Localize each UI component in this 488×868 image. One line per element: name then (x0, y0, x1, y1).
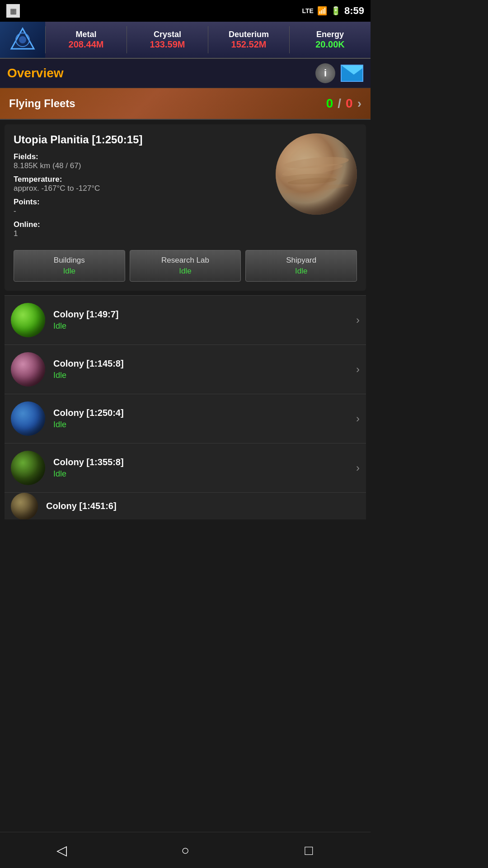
colony-list: Colony [1:49:7] Idle › Colony [1:145:8] … (5, 295, 366, 519)
planet-info: Utopia Planitia [1:250:15] Fields: 8.185… (14, 133, 271, 243)
planet-section: Utopia Planitia [1:250:15] Fields: 8.185… (5, 124, 366, 291)
svg-point-2 (19, 36, 26, 43)
buildings-button-status: Idle (18, 267, 121, 276)
network-indicator: LTE (302, 7, 314, 14)
points-value: - (14, 207, 271, 216)
header: Overview i (0, 59, 371, 88)
energy-value: 20.00K (294, 39, 366, 50)
energy-resource: Energy 20.00K (289, 26, 371, 53)
shipyard-button-status: Idle (249, 267, 353, 276)
colony-item[interactable]: Colony [1:49:7] Idle › (5, 295, 366, 344)
deuterium-label: Deuterium (213, 30, 285, 39)
research-lab-button[interactable]: Research Lab Idle (130, 250, 241, 282)
colony-planet-icon (11, 493, 38, 520)
battery-icon: 🔋 (331, 6, 341, 16)
fleet-current: 0 (326, 96, 333, 111)
colony-text: Colony [1:145:8] Idle (53, 359, 352, 380)
buildings-button-label: Buildings (18, 256, 121, 265)
bottom-nav: ◁ ○ □ (0, 832, 371, 868)
colony-text: Colony [1:451:6] (46, 501, 360, 511)
crystal-label: Crystal (131, 30, 203, 39)
colony-chevron-icon: › (356, 314, 360, 326)
flying-fleets-section[interactable]: Flying Fleets 0 / 0 › (0, 88, 371, 120)
resources-list: Metal 208.44M Crystal 133.59M Deuterium … (45, 26, 371, 53)
colony-item[interactable]: Colony [1:250:4] Idle › (5, 394, 366, 443)
deuterium-value: 152.52M (213, 39, 285, 50)
fleet-separator: / (338, 96, 341, 111)
action-buttons: Buildings Idle Research Lab Idle Shipyar… (14, 250, 357, 282)
colony-text: Colony [1:355:8] Idle (53, 457, 352, 479)
online-label: Online: (14, 220, 271, 229)
shipyard-button-label: Shipyard (249, 256, 353, 265)
colony-name: Colony [1:355:8] (53, 457, 352, 467)
fields-label: Fields: (14, 152, 271, 161)
colony-chevron-icon: › (356, 412, 360, 425)
recents-button[interactable]: □ (295, 837, 322, 864)
crystal-value: 133.59M (131, 39, 203, 50)
planet-name: Utopia Planitia [1:250:15] (14, 133, 271, 146)
colony-text: Colony [1:49:7] Idle (53, 309, 352, 331)
colony-chevron-icon: › (356, 363, 360, 376)
colony-status: Idle (53, 420, 352, 429)
metal-value: 208.44M (50, 39, 122, 50)
signal-icon: 📶 (317, 6, 327, 16)
points-label: Points: (14, 198, 271, 207)
colony-planet-icon (11, 303, 45, 337)
online-value: 1 (14, 229, 271, 238)
planet-header: Utopia Planitia [1:250:15] Fields: 8.185… (14, 133, 357, 243)
fleet-count: 0 / 0 › (326, 96, 361, 111)
colony-name: Colony [1:451:6] (46, 501, 360, 511)
colony-planet-icon (11, 401, 45, 436)
mail-button[interactable] (341, 65, 363, 82)
home-button[interactable]: ○ (172, 837, 199, 864)
colony-text: Colony [1:250:4] Idle (53, 408, 352, 429)
temperature-label: Temperature: (14, 175, 271, 184)
metal-resource: Metal 208.44M (45, 26, 127, 53)
colony-status: Idle (53, 371, 352, 380)
research-lab-button-label: Research Lab (134, 256, 237, 265)
colony-chevron-icon: › (356, 462, 360, 474)
info-button[interactable]: i (315, 63, 335, 83)
colony-name: Colony [1:250:4] (53, 408, 352, 418)
colony-status: Idle (53, 321, 352, 331)
energy-label: Energy (294, 30, 366, 39)
planet-image (276, 133, 357, 215)
shipyard-button[interactable]: Shipyard Idle (245, 250, 357, 282)
back-button[interactable]: ◁ (48, 837, 75, 864)
flying-fleets-label: Flying Fleets (9, 97, 75, 110)
sim-icon: ▦ (6, 4, 20, 18)
buildings-button[interactable]: Buildings Idle (14, 250, 125, 282)
resource-bar: Metal 208.44M Crystal 133.59M Deuterium … (0, 22, 371, 59)
colony-status: Idle (53, 469, 352, 479)
metal-label: Metal (50, 30, 122, 39)
header-icons: i (315, 63, 363, 83)
colony-planet-icon (11, 352, 45, 387)
deuterium-resource: Deuterium 152.52M (208, 26, 289, 53)
colony-item[interactable]: Colony [1:145:8] Idle › (5, 344, 366, 394)
colony-item-partial[interactable]: Colony [1:451:6] (5, 492, 366, 519)
game-logo-icon (9, 26, 36, 53)
crystal-resource: Crystal 133.59M (127, 26, 208, 53)
fleet-max: 0 (346, 96, 353, 111)
status-bar: ▦ LTE 📶 🔋 8:59 (0, 0, 371, 22)
colony-name: Colony [1:145:8] (53, 359, 352, 369)
status-right: LTE 📶 🔋 8:59 (302, 5, 364, 17)
fleet-chevron-icon: › (357, 96, 361, 111)
clock: 8:59 (344, 5, 364, 17)
logo-area (0, 22, 45, 58)
colony-item[interactable]: Colony [1:355:8] Idle › (5, 443, 366, 492)
temperature-value: approx. -167°C to -127°C (14, 184, 271, 193)
status-left: ▦ (6, 4, 20, 18)
colony-planet-icon (11, 451, 45, 485)
research-lab-button-status: Idle (134, 267, 237, 276)
fields-value: 8.185K km (48 / 67) (14, 161, 271, 170)
page-title: Overview (7, 66, 64, 80)
colony-name: Colony [1:49:7] (53, 309, 352, 320)
